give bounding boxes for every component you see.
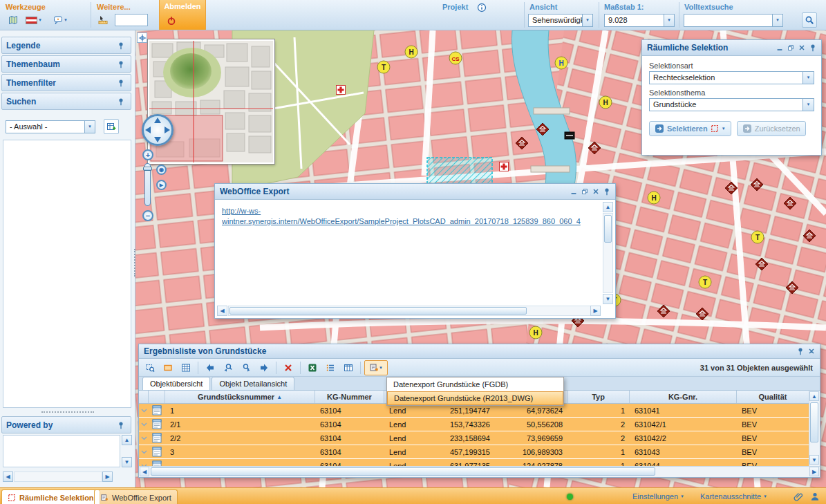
poi-marker[interactable]: CS — [449, 52, 462, 64]
map-crosshair-tool-button[interactable] — [137, 32, 147, 43]
table-row[interactable]: 2/163104Lend153,74332650,5562082631042/1… — [139, 418, 809, 431]
scroll-down-button[interactable]: ▼ — [603, 294, 613, 304]
search-topic-select[interactable]: - Auswahl -▼ — [6, 120, 95, 133]
scroll-up-button[interactable]: ▲ — [122, 435, 132, 445]
menu-item-export-fgdb[interactable]: Datenexport Grundstücke (FGDB) — [387, 377, 563, 391]
pin-icon[interactable] — [795, 346, 806, 357]
row-form-icon[interactable] — [149, 418, 165, 431]
zuruecksetzen-button[interactable]: Zurücksetzen — [737, 121, 806, 136]
chevron-down-icon[interactable]: ▼ — [582, 15, 592, 26]
column-grundstuecksnummer[interactable]: Grundstücksnummer ▲ — [165, 391, 315, 403]
sidebar-item-legende[interactable]: Legende — [1, 37, 131, 54]
pan-north-icon[interactable] — [154, 118, 161, 123]
table-vertical-scrollbar[interactable]: ▲ ▼ — [809, 391, 820, 467]
panel-splitter[interactable] — [41, 411, 94, 414]
next-extent-button[interactable]: ▶ — [156, 180, 167, 190]
close-icon[interactable] — [806, 346, 817, 357]
pin-icon[interactable] — [115, 77, 126, 88]
sidebar-item-themenbaum[interactable]: Themenbaum — [1, 55, 131, 73]
measure-tool-button[interactable] — [95, 12, 111, 28]
restore-icon[interactable] — [579, 187, 590, 197]
data-export-button[interactable]: ▼ — [364, 360, 388, 375]
poi-marker[interactable]: H — [555, 57, 567, 69]
overview-map[interactable] — [148, 39, 274, 164]
scale-select[interactable]: 9.028▼ — [604, 14, 675, 27]
scroll-right-button[interactable]: ▶ — [590, 306, 601, 316]
pin-icon[interactable] — [115, 40, 126, 51]
row-expander-icon[interactable] — [139, 445, 149, 458]
pin-icon[interactable] — [115, 420, 126, 431]
column-kg-gnr[interactable]: KG-Gnr. — [630, 391, 737, 403]
poi-square-marker[interactable] — [565, 132, 574, 139]
column-kg-nummer[interactable]: KG-Nummer — [315, 391, 384, 403]
row-expander-icon[interactable] — [139, 431, 149, 445]
scroll-down-button[interactable]: ▼ — [809, 455, 819, 465]
sidebar-item-suchen[interactable]: Suchen — [1, 93, 131, 110]
search-button[interactable] — [802, 12, 817, 28]
scroll-right-button[interactable]: ▶ — [102, 472, 113, 482]
menu-item-export-dwg[interactable]: Datenexport Grundstücke (R2013_DWG) — [387, 391, 563, 405]
map-tool-button[interactable] — [6, 12, 21, 28]
poi-marker[interactable]: H — [405, 46, 417, 58]
column-qualitaet[interactable]: Qualität — [737, 391, 809, 403]
chevron-down-icon[interactable]: ▼ — [802, 99, 814, 111]
poi-marker[interactable]: T — [699, 276, 711, 288]
scroll-up-button[interactable]: ▲ — [603, 202, 613, 212]
horizontal-scrollbar[interactable] — [14, 472, 102, 482]
zoom-in-button[interactable]: + — [142, 149, 153, 160]
scrollbar-thumb[interactable] — [151, 467, 655, 476]
scroll-up-button[interactable]: ▲ — [809, 391, 819, 401]
fulltext-search-input[interactable]: ▼ — [684, 14, 783, 27]
row-expander-icon[interactable] — [139, 404, 149, 417]
list-view-button[interactable] — [322, 360, 339, 375]
statusbar-tab-raeumliche-selektion[interactable]: Räumliche Selektion — [1, 489, 100, 504]
table-row[interactable]: 163104Lend251,19474764,9736241631041BEV — [139, 404, 809, 418]
previous-extent-button[interactable]: ◉ — [156, 165, 167, 175]
show-table-button[interactable] — [178, 360, 194, 375]
table-row[interactable]: 63104Lend631,977135124,9278781631044BEV — [139, 459, 809, 466]
scrollbar-thumb[interactable] — [810, 402, 818, 442]
language-flag-button[interactable]: ▼ — [25, 12, 43, 28]
minimize-icon[interactable] — [774, 43, 785, 53]
scrollbar-thumb[interactable] — [604, 215, 612, 243]
export-download-link[interactable]: http://w-ws-wintner.synergis.intern/WebO… — [222, 207, 581, 225]
restore-icon[interactable] — [785, 43, 796, 53]
poi-marker[interactable]: H — [648, 192, 660, 204]
pin-icon[interactable] — [807, 43, 818, 53]
search-result-area[interactable] — [3, 140, 131, 408]
row-expander-icon[interactable] — [139, 459, 149, 466]
scroll-down-button[interactable]: ▼ — [122, 457, 132, 467]
zoom-out-button[interactable]: − — [142, 210, 153, 221]
vertical-scrollbar[interactable] — [603, 213, 613, 293]
sidebar-splitter[interactable] — [134, 249, 137, 277]
identify-tool-button[interactable]: ▼ — [53, 12, 68, 28]
zoom-next-button[interactable] — [238, 360, 254, 375]
poi-marker[interactable]: H — [529, 326, 542, 339]
row-expander-icon[interactable] — [139, 418, 149, 431]
scrollbar-thumb[interactable] — [229, 307, 527, 315]
column-view-button[interactable] — [340, 360, 357, 375]
zoom-slider[interactable] — [144, 163, 151, 206]
results-titlebar[interactable]: Ergebnisliste von Grundstücke — [139, 344, 820, 359]
tab-objekt-detailansicht[interactable]: Objekt Detailansicht — [212, 377, 294, 390]
hospital-marker[interactable] — [500, 162, 509, 171]
chevron-down-icon[interactable]: ▼ — [664, 15, 674, 26]
einstellungen-menu[interactable]: Einstellungen▼ — [632, 492, 684, 501]
chevron-down-icon[interactable]: ▼ — [84, 121, 95, 133]
pan-south-icon[interactable] — [154, 137, 161, 142]
sidebar-item-themenfilter[interactable]: Themenfilter — [1, 74, 131, 91]
row-form-icon[interactable] — [149, 445, 165, 458]
pan-west-icon[interactable] — [145, 127, 151, 133]
pan-compass[interactable] — [142, 114, 173, 146]
edit-search-button[interactable] — [104, 119, 119, 134]
dialog-titlebar[interactable]: Räumliche Selektion — [642, 40, 821, 56]
close-icon[interactable] — [590, 187, 601, 197]
pin-icon[interactable] — [115, 59, 126, 70]
next-page-button[interactable] — [256, 360, 272, 375]
zoom-slider-handle[interactable] — [143, 167, 152, 171]
table-horizontal-scrollbar[interactable]: ◀ ▶ — [139, 466, 820, 477]
sidebar-item-powered-by[interactable]: Powered by — [1, 416, 131, 433]
selektieren-button[interactable]: Selektieren ▼ — [649, 121, 731, 136]
chevron-down-icon[interactable]: ▼ — [722, 127, 726, 131]
excel-export-button[interactable] — [304, 360, 321, 375]
